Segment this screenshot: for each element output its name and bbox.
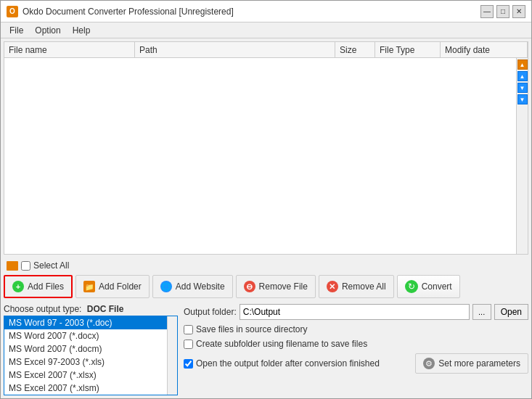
set-params-button[interactable]: ⚙ Set more parameters <box>415 353 528 374</box>
select-all-row: Select All <box>1 258 531 273</box>
remove-all-icon: ✕ <box>327 281 338 292</box>
select-all-checkbox[interactable] <box>21 261 30 271</box>
create-subfolder-label: Create subfolder using filename to save … <box>196 339 367 349</box>
col-filename: File name <box>4 42 135 57</box>
list-item-1[interactable]: MS Word 2007 (*.docx) <box>4 329 177 342</box>
file-table-area: File name Path Size File Type Modify dat… <box>4 41 528 255</box>
table-body: ▲ ▲ ▼ ▼ <box>4 58 528 254</box>
add-website-icon: 🌐 <box>160 281 172 292</box>
folder-icon <box>7 261 18 271</box>
list-item-6[interactable]: MS PowerPoint 97 - 2003 (*.ppt) <box>4 395 177 395</box>
open-output-checkbox[interactable] <box>184 359 193 369</box>
add-folder-icon: 📁 <box>83 281 95 292</box>
add-files-icon: + <box>12 281 24 292</box>
list-item-2[interactable]: MS Word 2007 (*.docm) <box>4 342 177 355</box>
remove-file-label: Remove File <box>259 281 308 292</box>
save-source-row: Save files in source directory <box>184 324 528 334</box>
create-subfolder-checkbox[interactable] <box>184 340 193 349</box>
add-folder-label: Add Folder <box>99 281 142 292</box>
main-window: O Okdo Document Converter Professional [… <box>0 0 532 399</box>
title-controls: — □ ✕ <box>480 5 525 18</box>
scroll-down-button[interactable]: ▼ <box>517 83 528 93</box>
select-all-label[interactable]: Select All <box>21 260 69 271</box>
list-item-0[interactable]: MS Word 97 - 2003 (*.doc) <box>4 316 177 329</box>
save-source-checkbox[interactable] <box>184 325 193 334</box>
output-folder-input[interactable] <box>240 304 470 320</box>
title-bar: O Okdo Document Converter Professional [… <box>1 1 531 22</box>
menu-option[interactable]: Option <box>29 24 66 37</box>
scroll-bottom-button[interactable]: ▼ <box>517 94 528 104</box>
set-params-label: Set more parameters <box>438 358 520 369</box>
close-button[interactable]: ✕ <box>512 5 525 18</box>
output-type-list[interactable]: MS Word 97 - 2003 (*.doc) MS Word 2007 (… <box>4 316 178 395</box>
col-path: Path <box>135 42 335 57</box>
window-title: Okdo Document Converter Professional [Un… <box>22 7 234 17</box>
add-website-label: Add Website <box>176 281 225 292</box>
col-filetype: File Type <box>375 42 441 57</box>
remove-all-label: Remove All <box>342 281 386 292</box>
add-website-button[interactable]: 🌐 Add Website <box>152 275 233 298</box>
remove-all-button[interactable]: ✕ Remove All <box>319 275 394 298</box>
convert-button[interactable]: ↻ Convert <box>397 275 460 298</box>
scroll-top-button[interactable]: ▲ <box>517 59 528 70</box>
remove-file-button[interactable]: ⊖ Remove File <box>236 275 316 298</box>
output-folder-row: Output folder: ... Open <box>184 304 528 320</box>
list-item-5[interactable]: MS Excel 2007 (*.xlsm) <box>4 382 177 395</box>
output-type-label: Choose output type: DOC File <box>4 304 178 314</box>
convert-label: Convert <box>422 281 452 292</box>
col-size: Size <box>335 42 375 57</box>
remove-file-icon: ⊖ <box>244 281 255 292</box>
open-output-row: Open the output folder after conversion … <box>184 358 380 369</box>
title-bar-left: O Okdo Document Converter Professional [… <box>7 6 234 17</box>
browse-button[interactable]: ... <box>472 304 491 320</box>
table-header: File name Path Size File Type Modify dat… <box>4 42 528 58</box>
toolbar-row: + Add Files 📁 Add Folder 🌐 Add Website ⊖… <box>1 273 531 301</box>
convert-icon: ↻ <box>405 280 418 293</box>
app-icon: O <box>7 6 18 17</box>
list-item-4[interactable]: MS Excel 2007 (*.xlsx) <box>4 369 177 382</box>
open-button[interactable]: Open <box>494 304 528 320</box>
select-all-text: Select All <box>33 260 69 271</box>
add-files-button[interactable]: + Add Files <box>4 275 73 298</box>
minimize-button[interactable]: — <box>480 5 494 18</box>
bottom-panel: Choose output type: DOC File MS Word 97 … <box>1 301 531 398</box>
list-item-3[interactable]: MS Excel 97-2003 (*.xls) <box>4 355 177 369</box>
col-modifydate: Modify date <box>441 42 528 57</box>
output-type-panel: Choose output type: DOC File MS Word 97 … <box>4 304 178 395</box>
maximize-button[interactable]: □ <box>496 5 510 18</box>
output-list-scrollbar[interactable] <box>167 316 177 395</box>
save-source-label: Save files in source directory <box>196 324 307 334</box>
open-output-label: Open the output folder after conversion … <box>196 358 380 369</box>
menu-file[interactable]: File <box>4 24 29 37</box>
add-files-label: Add Files <box>28 281 64 292</box>
add-folder-button[interactable]: 📁 Add Folder <box>75 275 150 298</box>
gear-icon: ⚙ <box>423 358 435 369</box>
create-subfolder-row: Create subfolder using filename to save … <box>184 339 528 349</box>
menu-bar: File Option Help <box>1 22 531 38</box>
output-type-current: DOC File <box>87 304 124 314</box>
output-folder-label: Output folder: <box>184 307 237 317</box>
vertical-scrollbar[interactable]: ▲ ▲ ▼ ▼ <box>516 58 528 254</box>
scroll-up-button[interactable]: ▲ <box>517 71 528 81</box>
menu-help[interactable]: Help <box>67 24 97 37</box>
output-settings-panel: Output folder: ... Open Save files in so… <box>184 304 528 395</box>
